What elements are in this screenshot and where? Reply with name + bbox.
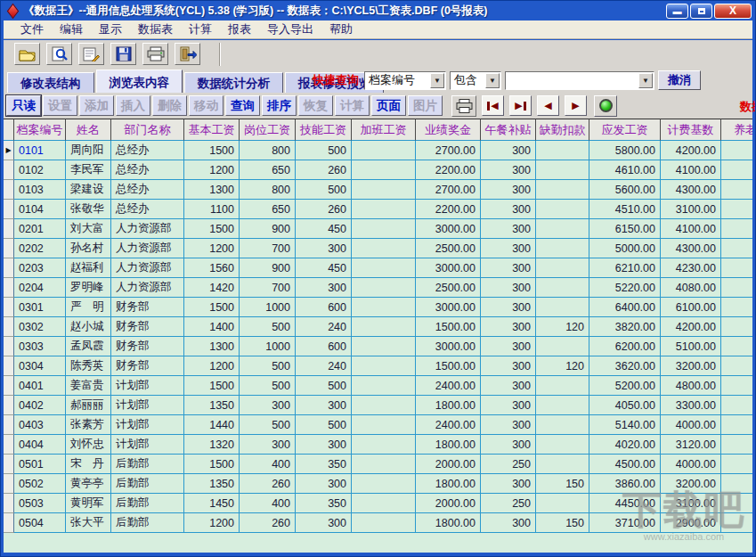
query-value-input[interactable]: ▼: [505, 71, 654, 90]
cell-skill_salary[interactable]: 500: [296, 376, 352, 396]
cell-base_salary[interactable]: 1100: [184, 200, 240, 219]
cell-pension[interactable]: 3: [721, 317, 752, 337]
cell-skill_salary[interactable]: 300: [296, 396, 352, 415]
properties-button[interactable]: [78, 43, 104, 65]
column-header-post_salary[interactable]: 岗位工资: [240, 119, 296, 141]
cell-dept[interactable]: 财务部: [111, 337, 184, 356]
cell-overtime_pay[interactable]: [352, 513, 416, 533]
sort-button[interactable]: 排序: [262, 95, 297, 116]
cell-performance_bonus[interactable]: 2000.00: [416, 455, 481, 474]
cell-overtime_pay[interactable]: [352, 376, 416, 396]
cell-name[interactable]: 宋 丹: [66, 455, 111, 474]
page-button[interactable]: 页面: [371, 95, 406, 116]
cell-absence_deduction[interactable]: [536, 337, 589, 356]
cell-absence_deduction[interactable]: [536, 435, 589, 455]
cell-base_salary[interactable]: 1500: [184, 219, 240, 239]
open-file-button[interactable]: [14, 43, 40, 65]
query-operator-select[interactable]: 包含 ▼: [450, 71, 501, 90]
cell-base_salary[interactable]: 1200: [184, 239, 240, 258]
cell-id[interactable]: 0101: [14, 141, 66, 160]
cell-post_salary[interactable]: 900: [240, 219, 296, 239]
cell-overtime_pay[interactable]: [352, 141, 416, 160]
cell-dept[interactable]: 后勤部: [111, 513, 184, 533]
cell-overtime_pay[interactable]: [352, 258, 416, 278]
go-button[interactable]: [594, 95, 617, 117]
cell-post_salary[interactable]: 400: [240, 494, 296, 513]
cell-payable_salary[interactable]: 6200.00: [589, 337, 661, 356]
cell-skill_salary[interactable]: 240: [296, 317, 352, 337]
cell-id[interactable]: 0104: [14, 200, 66, 219]
cell-overtime_pay[interactable]: [352, 474, 416, 494]
cell-base_salary[interactable]: 1500: [184, 376, 240, 396]
cell-skill_salary[interactable]: 600: [296, 337, 352, 356]
picture-button[interactable]: 图片: [408, 95, 443, 116]
cell-payable_salary[interactable]: 4050.00: [589, 396, 661, 415]
cell-fee_base[interactable]: 4200.00: [661, 141, 721, 160]
calculate-button[interactable]: 计算: [335, 95, 370, 116]
column-header-lunch_subsidy[interactable]: 午餐补贴: [481, 119, 536, 141]
menu-view[interactable]: 显示: [91, 20, 130, 39]
cell-fee_base[interactable]: 4300.00: [661, 180, 721, 200]
cell-performance_bonus[interactable]: 3000.00: [416, 298, 481, 317]
cell-pension[interactable]: 3: [721, 278, 752, 298]
cell-overtime_pay[interactable]: [352, 219, 416, 239]
cell-pension[interactable]: 3: [721, 141, 752, 160]
cell-post_salary[interactable]: 400: [240, 455, 296, 474]
cell-absence_deduction[interactable]: [536, 219, 589, 239]
chevron-down-icon[interactable]: ▼: [485, 73, 500, 88]
cell-fee_base[interactable]: 4000.00: [661, 455, 721, 474]
cell-pension[interactable]: 3: [721, 239, 752, 258]
cell-id[interactable]: 0304: [14, 356, 66, 376]
cell-base_salary[interactable]: 1200: [184, 513, 240, 533]
cell-absence_deduction[interactable]: 120: [536, 356, 589, 376]
cell-base_salary[interactable]: 1300: [184, 180, 240, 200]
cell-absence_deduction[interactable]: [536, 376, 589, 396]
cell-overtime_pay[interactable]: [352, 396, 416, 415]
cell-pension[interactable]: 3: [721, 160, 752, 180]
cell-overtime_pay[interactable]: [352, 337, 416, 356]
cell-name[interactable]: 张大平: [66, 513, 111, 533]
cell-id[interactable]: 0503: [14, 494, 66, 513]
readonly-button[interactable]: 只读: [6, 95, 41, 116]
cell-payable_salary[interactable]: 5600.00: [589, 180, 661, 200]
cell-base_salary[interactable]: 1500: [184, 455, 240, 474]
cell-performance_bonus[interactable]: 3000.00: [416, 219, 481, 239]
cell-dept[interactable]: 人力资源部: [111, 239, 184, 258]
cell-overtime_pay[interactable]: [352, 200, 416, 219]
cell-name[interactable]: 罗明峰: [66, 278, 111, 298]
cell-post_salary[interactable]: 800: [240, 180, 296, 200]
column-header-skill_salary[interactable]: 技能工资: [296, 119, 352, 141]
cell-absence_deduction[interactable]: [536, 200, 589, 219]
cell-overtime_pay[interactable]: [352, 239, 416, 258]
cell-name[interactable]: 赵小城: [66, 317, 111, 337]
exit-button[interactable]: [175, 43, 200, 65]
cell-dept[interactable]: 计划部: [111, 435, 184, 455]
cell-fee_base[interactable]: 4800.00: [661, 376, 721, 396]
cell-lunch_subsidy[interactable]: 300: [481, 160, 536, 180]
menu-datatable[interactable]: 数据表: [130, 20, 181, 39]
cell-id[interactable]: 0302: [14, 317, 66, 337]
cell-payable_salary[interactable]: 3860.00: [589, 474, 661, 494]
cell-name[interactable]: 张敬华: [66, 200, 111, 219]
cell-lunch_subsidy[interactable]: 300: [481, 513, 536, 533]
cell-skill_salary[interactable]: 350: [296, 455, 352, 474]
cell-skill_salary[interactable]: 260: [296, 160, 352, 180]
print-button[interactable]: [142, 43, 168, 65]
cell-post_salary[interactable]: 300: [240, 396, 296, 415]
menu-help[interactable]: 帮助: [321, 20, 361, 39]
cell-payable_salary[interactable]: 4450.00: [589, 494, 661, 513]
save-button[interactable]: [110, 43, 136, 65]
cell-pension[interactable]: 2: [721, 396, 752, 415]
print-page-button[interactable]: [451, 95, 476, 117]
cell-id[interactable]: 0502: [14, 474, 66, 494]
cell-pension[interactable]: 4: [721, 298, 752, 317]
cell-pension[interactable]: 2: [721, 356, 752, 376]
cell-name[interactable]: 刘大富: [66, 219, 111, 239]
settings-button[interactable]: 设置: [43, 95, 77, 116]
cell-payable_salary[interactable]: 5220.00: [589, 278, 661, 298]
cell-id[interactable]: 0404: [14, 435, 66, 455]
insert-button[interactable]: 插入: [116, 95, 150, 116]
column-header-id[interactable]: 档案编号: [14, 119, 66, 141]
next-record-button[interactable]: ▶: [565, 95, 587, 116]
cell-skill_salary[interactable]: 450: [296, 219, 352, 239]
